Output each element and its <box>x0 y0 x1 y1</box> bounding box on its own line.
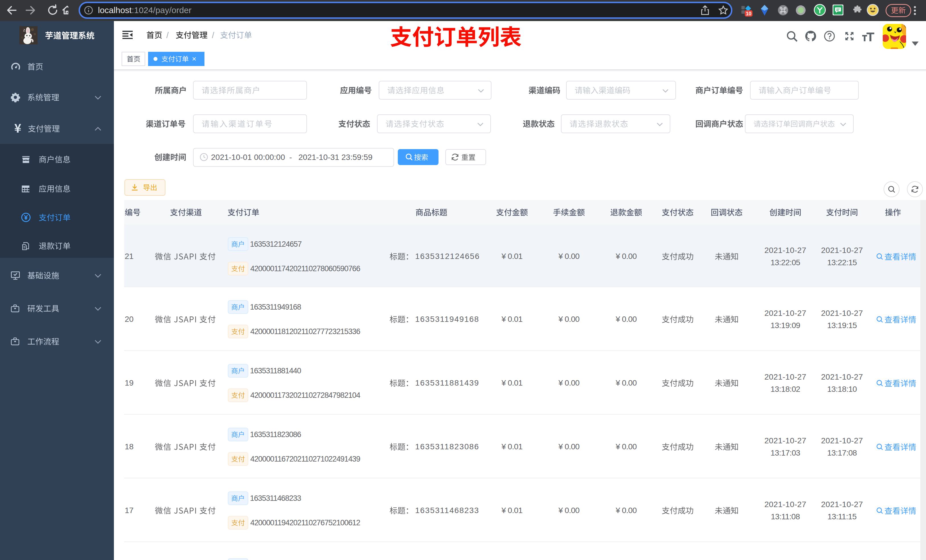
svg-text:10: 10 <box>746 11 752 17</box>
